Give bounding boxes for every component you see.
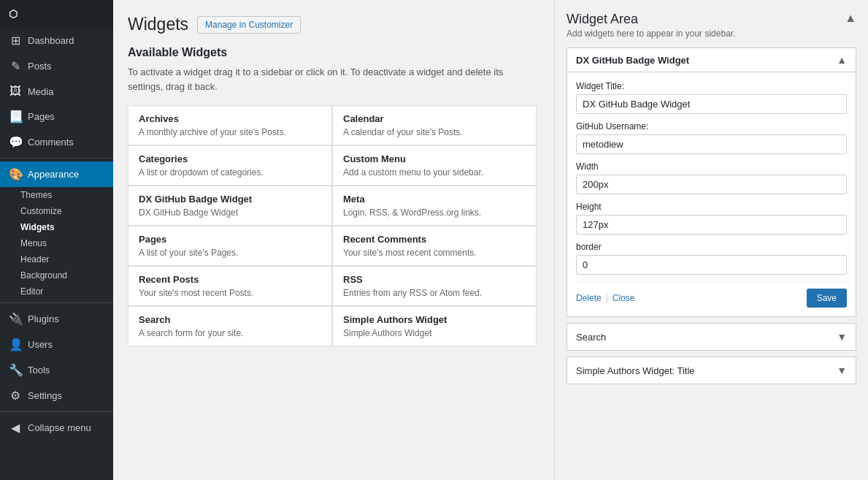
simple-authors-toggle-icon[interactable]: ▼ <box>837 365 847 376</box>
widget-card-title: Recent Posts <box>139 274 321 285</box>
widget-card-title: RSS <box>343 274 526 285</box>
widget-area-info: Widget Area Add widgets here to appear i… <box>566 12 735 39</box>
widget-card-title: DX GitHub Badge Widget <box>139 194 321 205</box>
search-widget-title: Search <box>576 332 606 343</box>
widget-area-desc: Add widgets here to appear in your sideb… <box>566 28 735 39</box>
widget-card-title: Recent Comments <box>343 234 526 245</box>
simple-authors-widget-title: Simple Authors Widget: Title <box>576 365 695 376</box>
sidebar-logo: ⬡ <box>0 0 113 28</box>
widget-card-simple-authors-widget[interactable]: Simple Authors Widget Simple Authors Wid… <box>332 306 537 346</box>
save-button[interactable]: Save <box>807 289 847 308</box>
sidebar-sub-background[interactable]: Background <box>0 267 113 283</box>
collapse-menu-button[interactable]: ◀ Collapse menu <box>0 415 113 441</box>
widget-card-dx-github-badge-widget[interactable]: DX GitHub Badge Widget DX GitHub Badge W… <box>128 186 332 226</box>
sidebar-item-appearance[interactable]: 🎨 Appearance <box>0 161 113 187</box>
sidebar-item-comments[interactable]: 💬 Comments <box>0 129 113 155</box>
widget-card-title: Simple Authors Widget <box>343 314 526 325</box>
sidebar-label-plugins: Plugins <box>28 313 59 324</box>
search-widget-box: Search ▼ <box>566 323 856 351</box>
widget-card-pages[interactable]: Pages A list of your site's Pages. <box>128 226 332 266</box>
widget-card-title: Calendar <box>343 113 526 124</box>
height-input[interactable] <box>576 215 847 235</box>
sidebar-item-pages[interactable]: 📃 Pages <box>0 104 113 129</box>
widget-card-archives[interactable]: Archives A monthly archive of your site'… <box>128 105 332 145</box>
widget-title-input[interactable] <box>576 94 847 114</box>
sidebar-label-tools: Tools <box>28 365 50 376</box>
sidebar-label-media: Media <box>28 86 53 97</box>
available-widgets-heading: Available Widgets <box>128 46 539 59</box>
widget-card-categories[interactable]: Categories A list or dropdown of categor… <box>128 145 332 186</box>
border-field: border <box>576 242 847 275</box>
sidebar-sub-themes[interactable]: Themes <box>0 187 113 203</box>
delete-link[interactable]: Delete <box>576 293 602 303</box>
widget-card-desc: A search form for your site. <box>139 328 321 338</box>
sidebar-item-plugins[interactable]: 🔌 Plugins <box>0 306 113 332</box>
sidebar-sub-header[interactable]: Header <box>0 251 113 267</box>
wp-logo-icon: ⬡ <box>9 8 18 20</box>
widget-card-title: Pages <box>139 234 321 245</box>
widget-card-desc: Simple Authors Widget <box>343 328 526 338</box>
widget-card-desc: A list of your site's Pages. <box>139 248 321 258</box>
sidebar-label-users: Users <box>28 339 53 350</box>
github-username-input[interactable] <box>576 134 847 154</box>
widget-card-desc: A monthly archive of your site's Posts. <box>139 127 321 137</box>
github-username-field: GitHub Username: <box>576 121 847 154</box>
height-field: Height <box>576 202 847 235</box>
available-widgets-description: To activate a widget drag it to a sideba… <box>128 65 539 94</box>
sidebar-label-settings: Settings <box>28 390 62 401</box>
widget-area-title: Widget Area <box>566 12 735 27</box>
sidebar-item-posts[interactable]: ✎ Posts <box>0 53 113 79</box>
sidebar-sub-widgets[interactable]: Widgets <box>0 219 113 235</box>
widget-area-collapse-icon[interactable]: ▲ <box>845 12 856 25</box>
widget-card-search[interactable]: Search A search form for your site. <box>128 306 332 346</box>
sidebar-item-media[interactable]: 🖼 Media <box>0 79 113 104</box>
widget-card-custom-menu[interactable]: Custom Menu Add a custom menu to your si… <box>332 145 537 186</box>
width-input[interactable] <box>576 175 847 194</box>
collapse-icon: ◀ <box>9 421 22 435</box>
link-separator: | <box>606 293 608 303</box>
github-username-label: GitHub Username: <box>576 121 847 132</box>
sidebar-item-users[interactable]: 👤 Users <box>0 332 113 357</box>
search-widget-header[interactable]: Search ▼ <box>567 324 856 350</box>
sidebar-sub-menus[interactable]: Menus <box>0 235 113 251</box>
sidebar-sub-editor[interactable]: Editor <box>0 283 113 300</box>
sidebar-sub-customize[interactable]: Customize <box>0 203 113 219</box>
page-header: Widgets Manage in Customizer <box>128 15 539 34</box>
widget-card-title: Categories <box>139 153 321 164</box>
dx-github-toggle-icon[interactable]: ▲ <box>837 54 847 66</box>
sidebar-divider-3 <box>0 411 113 412</box>
collapse-label: Collapse menu <box>28 422 91 433</box>
dx-github-widget-header[interactable]: DX GitHub Badge Widget ▲ <box>567 48 856 72</box>
tools-icon: 🔧 <box>9 363 22 377</box>
sidebar-label-pages: Pages <box>28 111 55 122</box>
sidebar-item-dashboard[interactable]: ⊞ Dashboard <box>0 28 113 53</box>
simple-authors-widget-header[interactable]: Simple Authors Widget: Title ▼ <box>567 357 856 384</box>
page-title: Widgets <box>128 15 188 34</box>
width-label: Width <box>576 161 847 172</box>
widget-card-desc: DX GitHub Badge Widget <box>139 207 321 218</box>
border-input[interactable] <box>576 255 847 275</box>
appearance-icon: 🎨 <box>9 167 22 181</box>
search-toggle-icon[interactable]: ▼ <box>837 331 847 343</box>
dx-github-widget-title: DX GitHub Badge Widget <box>576 55 689 66</box>
close-link[interactable]: Close <box>612 293 635 303</box>
main-content: Widgets Manage in Customizer Available W… <box>113 0 554 480</box>
widget-title-label: Widget Title: <box>576 81 847 91</box>
widget-card-recent-comments[interactable]: Recent Comments Your site's most recent … <box>332 226 537 266</box>
sidebar-label-dashboard: Dashboard <box>28 35 74 46</box>
dashboard-icon: ⊞ <box>9 34 22 47</box>
widget-card-recent-posts[interactable]: Recent Posts Your site's most recent Pos… <box>128 266 332 306</box>
widget-card-meta[interactable]: Meta Login, RSS, & WordPress.org links. <box>332 186 537 226</box>
width-field: Width <box>576 161 847 194</box>
widget-card-calendar[interactable]: Calendar A calendar of your site's Posts… <box>332 105 537 145</box>
manage-in-customizer-button[interactable]: Manage in Customizer <box>197 16 301 34</box>
sidebar-item-settings[interactable]: ⚙ Settings <box>0 383 113 408</box>
widget-card-rss[interactable]: RSS Entries from any RSS or Atom feed. <box>332 266 537 306</box>
widget-card-desc: A calendar of your site's Posts. <box>343 127 526 137</box>
dx-github-widget-actions: Delete | Close Save <box>576 282 847 308</box>
settings-icon: ⚙ <box>9 389 22 403</box>
sidebar-divider-2 <box>0 302 113 303</box>
border-label: border <box>576 242 847 252</box>
sidebar-item-tools[interactable]: 🔧 Tools <box>0 357 113 383</box>
widget-card-desc: Entries from any RSS or Atom feed. <box>343 288 526 298</box>
